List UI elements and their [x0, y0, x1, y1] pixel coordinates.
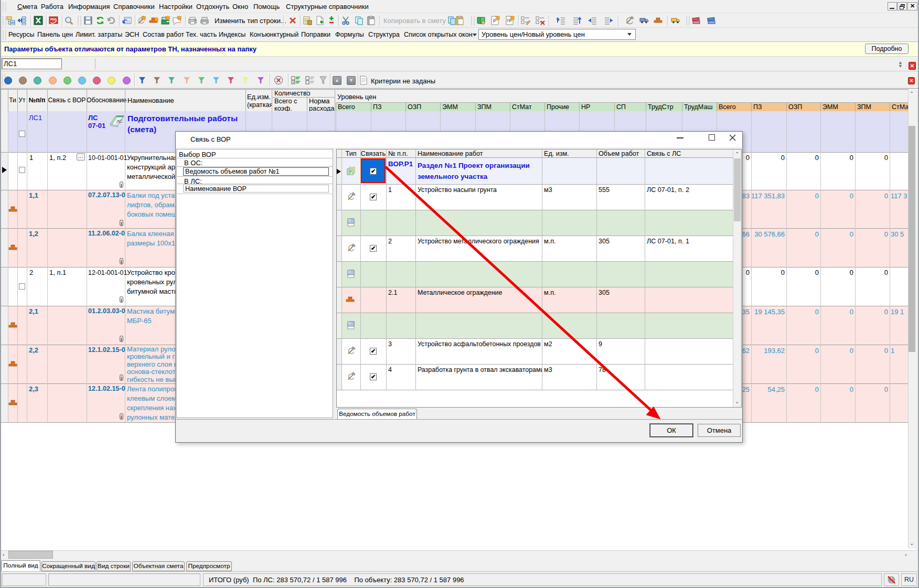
svg-text:ЛС: ЛС	[115, 119, 123, 124]
